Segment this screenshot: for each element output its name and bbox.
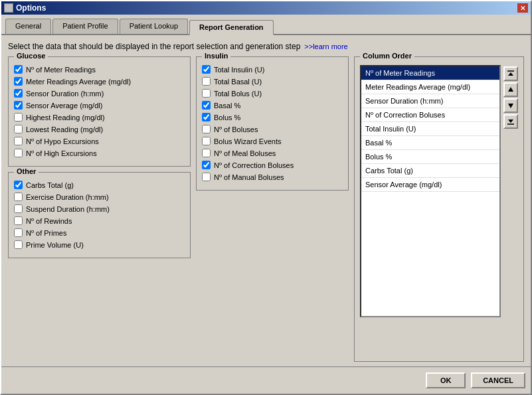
column-list-item-4[interactable]: Total Insulin (U) — [361, 122, 499, 136]
label-carbs-total: Carbs Total (g) — [26, 181, 74, 189]
other-panel: Other Carbs Total (g) Exercise Duration … — [8, 172, 191, 258]
label-num-primes: Nº of Primes — [26, 229, 66, 237]
item-prime-volume: Prime Volume (U) — [14, 240, 185, 249]
item-carbs-total: Carbs Total (g) — [14, 181, 185, 189]
label-manual-boluses: Nº of Manual Boluses — [214, 173, 284, 181]
label-basal-pct: Basal % — [214, 102, 240, 110]
tab-patient-profile[interactable]: Patient Profile — [52, 19, 118, 34]
label-sensor-average: Sensor Average (mg/dl) — [26, 102, 102, 110]
item-sensor-average: Sensor Average (mg/dl) — [14, 101, 185, 110]
cancel-button[interactable]: CANCEL — [471, 372, 525, 388]
item-basal-pct: Basal % — [202, 101, 343, 110]
check-meal-boluses[interactable] — [202, 149, 211, 157]
label-meter-readings: Nº of Meter Readings — [26, 66, 96, 74]
column-order-panel: Column Order Nº of Meter Readings Meter … — [354, 56, 524, 362]
tab-general[interactable]: General — [5, 19, 51, 34]
label-highest-reading: Highest Reading (mg/dl) — [26, 114, 105, 121]
column-list-item-5[interactable]: Basal % — [361, 136, 499, 150]
column-list-item-3[interactable]: Nº of Correction Boluses — [361, 108, 499, 122]
svg-marker-1 — [508, 72, 513, 76]
label-correction-boluses: Nº of Correction Boluses — [214, 161, 294, 169]
label-total-insulin: Total Insulin (U) — [214, 66, 264, 74]
check-num-boluses[interactable] — [202, 125, 211, 133]
item-bolus-pct: Bolus % — [202, 113, 343, 121]
check-total-bolus[interactable] — [202, 89, 211, 98]
check-correction-boluses[interactable] — [202, 161, 211, 169]
move-up-button[interactable] — [503, 82, 518, 97]
item-meal-boluses: Nº of Meal Boluses — [202, 149, 343, 157]
item-suspend-duration: Suspend Duration (h:mm) — [14, 204, 185, 213]
label-num-rewinds: Nº of Rewinds — [26, 217, 72, 225]
check-num-rewinds[interactable] — [14, 216, 23, 225]
check-highest-reading[interactable] — [14, 113, 23, 121]
item-total-bolus: Total Bolus (U) — [202, 89, 343, 98]
column-order-list[interactable]: Nº of Meter Readings Meter Readings Aver… — [360, 65, 501, 317]
check-lowest-reading[interactable] — [14, 125, 23, 133]
svg-marker-2 — [508, 87, 513, 92]
check-total-insulin[interactable] — [202, 65, 211, 74]
item-correction-boluses: Nº of Correction Boluses — [202, 161, 343, 169]
check-sensor-average[interactable] — [14, 101, 23, 110]
titlebar: Options ✕ — [1, 1, 531, 15]
check-meter-readings-avg[interactable] — [14, 77, 23, 86]
ok-button[interactable]: OK — [426, 372, 466, 388]
check-sensor-duration[interactable] — [14, 89, 23, 98]
check-bolus-pct[interactable] — [202, 113, 211, 121]
label-high-excursions: Nº of High Excursions — [26, 149, 97, 157]
check-manual-boluses[interactable] — [202, 173, 211, 181]
svg-marker-5 — [508, 119, 513, 123]
label-bolus-pct: Bolus % — [214, 114, 240, 121]
item-meter-readings-avg: Meter Readings Average (mg/dl) — [14, 77, 185, 86]
tab-report-generation[interactable]: Report Generation — [189, 20, 274, 35]
other-panel-title: Other — [14, 167, 39, 175]
column-list-item-8[interactable]: Sensor Average (mg/dl) — [361, 178, 499, 192]
column-list-item-2[interactable]: Sensor Duration (h:mm) — [361, 94, 499, 108]
check-meter-readings[interactable] — [14, 65, 23, 74]
close-button[interactable]: ✕ — [517, 3, 528, 13]
item-num-primes: Nº of Primes — [14, 228, 185, 237]
glucose-panel-title: Glucose — [14, 52, 48, 60]
check-total-basal[interactable] — [202, 77, 211, 86]
label-lowest-reading: Lowest Reading (mg/dl) — [26, 125, 103, 133]
item-highest-reading: Highest Reading (mg/dl) — [14, 113, 185, 121]
instruction-text: Select the data that should be displayed… — [8, 42, 300, 51]
label-meter-readings-avg: Meter Readings Average (mg/dl) — [26, 78, 131, 86]
check-hypo-excursions[interactable] — [14, 137, 23, 145]
item-bolus-wizard-events: Bolus Wizard Events — [202, 137, 343, 145]
check-carbs-total[interactable] — [14, 181, 23, 189]
tab-patient-lookup[interactable]: Patient Lookup — [120, 19, 188, 34]
column-list-item-1[interactable]: Meter Readings Average (mg/dl) — [361, 80, 499, 94]
column-list-item-7[interactable]: Carbs Total (g) — [361, 164, 499, 178]
check-basal-pct[interactable] — [202, 101, 211, 110]
instruction-area: Select the data that should be displayed… — [8, 42, 524, 51]
left-column: Glucose Nº of Meter Readings Meter Readi… — [8, 56, 191, 362]
item-total-basal: Total Basal (U) — [202, 77, 343, 86]
item-sensor-duration: Sensor Duration (h:mm) — [14, 89, 185, 98]
column-list-item-6[interactable]: Bolus % — [361, 150, 499, 164]
item-num-rewinds: Nº of Rewinds — [14, 216, 185, 225]
item-lowest-reading: Lowest Reading (mg/dl) — [14, 125, 185, 133]
check-num-primes[interactable] — [14, 228, 23, 237]
insulin-panel: Insulin Total Insulin (U) Total Basal (U… — [196, 56, 349, 191]
column-order-content: Nº of Meter Readings Meter Readings Aver… — [360, 65, 518, 349]
check-suspend-duration[interactable] — [14, 204, 23, 213]
bottom-bar: OK CANCEL — [1, 366, 531, 394]
move-bottom-button[interactable] — [503, 114, 518, 129]
move-down-button[interactable] — [503, 98, 518, 113]
item-high-excursions: Nº of High Excursions — [14, 149, 185, 157]
check-exercise-duration[interactable] — [14, 193, 23, 201]
learn-more-link[interactable]: >>learn more — [304, 42, 347, 50]
label-suspend-duration: Suspend Duration (h:mm) — [26, 205, 110, 213]
check-prime-volume[interactable] — [14, 240, 23, 249]
check-bolus-wizard-events[interactable] — [202, 137, 211, 145]
column-order-panel-title: Column Order — [360, 52, 414, 60]
label-total-basal: Total Basal (U) — [214, 78, 262, 86]
move-top-button[interactable] — [503, 66, 518, 81]
window-icon — [4, 3, 13, 13]
column-list-item-0[interactable]: Nº of Meter Readings — [361, 66, 499, 80]
panels-container: Glucose Nº of Meter Readings Meter Readi… — [8, 56, 524, 362]
item-exercise-duration: Exercise Duration (h:mm) — [14, 193, 185, 201]
check-high-excursions[interactable] — [14, 149, 23, 157]
label-sensor-duration: Sensor Duration (h:mm) — [26, 90, 104, 98]
label-num-boluses: Nº of Boluses — [214, 125, 258, 133]
